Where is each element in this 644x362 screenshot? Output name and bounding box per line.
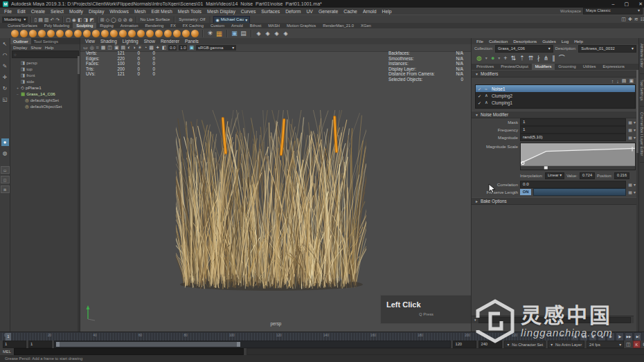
- view-transform-dropdown[interactable]: sRGB gamma ▾: [196, 45, 236, 51]
- outliner-item[interactable]: − ▦ Grass_14_C06: [10, 91, 80, 97]
- tool-icon[interactable]: ↻: [1, 84, 9, 92]
- shelf-tool-icon[interactable]: [128, 30, 136, 37]
- xgen-tool-icon[interactable]: ▾: [498, 53, 500, 63]
- shelf-tool-icon[interactable]: [146, 30, 154, 37]
- shelf-tool-icon[interactable]: [240, 30, 247, 37]
- shelf-tab[interactable]: Animation: [117, 23, 142, 28]
- undo-redo-icon[interactable]: ↷: [55, 17, 60, 23]
- selection-mask-icon[interactable]: ◧: [78, 17, 82, 23]
- shelf-tab[interactable]: XGen: [357, 23, 375, 28]
- selection-mask-icon[interactable]: ◨: [84, 17, 89, 23]
- range-handle-left[interactable]: [56, 342, 60, 347]
- shelf-tool-icon[interactable]: [191, 30, 199, 37]
- shelf-tool-icon[interactable]: [56, 30, 64, 37]
- snap-icon[interactable]: ◯: [111, 17, 116, 23]
- menu-item[interactable]: Create: [28, 9, 48, 14]
- xgen-menu-item[interactable]: Collection: [486, 39, 510, 44]
- range-slider[interactable]: [54, 341, 451, 348]
- menu-item[interactable]: Mesh Display: [204, 9, 238, 14]
- shelf-tool-icon[interactable]: [273, 30, 280, 37]
- viewport-menu-item[interactable]: View: [82, 39, 98, 44]
- menuset-dropdown[interactable]: Modeling ▾: [2, 17, 28, 23]
- viewport-menu-item[interactable]: Panels: [182, 39, 202, 44]
- file-icon[interactable]: ▯: [34, 17, 37, 23]
- fps-dropdown[interactable]: 24 fps ▾: [587, 341, 624, 348]
- xgen-tool-icon[interactable]: ∥: [552, 53, 555, 63]
- shelf-tool-icon[interactable]: [282, 30, 289, 37]
- symmetry-label[interactable]: Symmetry: Off: [177, 17, 206, 21]
- command-language-label[interactable]: MEL: [3, 350, 11, 354]
- noise-modifier-header[interactable]: ▼ Noise Modifier: [472, 111, 639, 118]
- xgen-tool-icon[interactable]: ⌒: [559, 53, 565, 63]
- shelf-tool-icon[interactable]: [65, 30, 73, 37]
- ramp-widget[interactable]: [520, 143, 636, 170]
- tool-icon[interactable]: ✛: [1, 73, 9, 81]
- anim-end-field[interactable]: 240: [478, 341, 502, 348]
- menu-item[interactable]: Windows: [107, 9, 132, 14]
- viewport-panel[interactable]: ViewShadingLightingShowRendererPanels ▭◎…: [80, 38, 472, 332]
- chevron-down-icon[interactable]: ▾: [474, 318, 476, 322]
- map-icon[interactable]: ▦: [628, 135, 632, 140]
- position-field[interactable]: 0.216: [614, 172, 629, 179]
- playback-options-icon[interactable]: ◫: [626, 342, 631, 347]
- shelf-tab[interactable]: Rigging: [96, 23, 117, 28]
- menu-item[interactable]: Mesh Tools: [175, 9, 204, 14]
- sidebar-toggle-icon[interactable]: ☷: [641, 17, 644, 22]
- color-management-icon[interactable]: ▣: [189, 44, 194, 51]
- tool-icon[interactable]: ◱: [1, 96, 9, 103]
- tool-icon[interactable]: ●: [1, 138, 9, 146]
- selection-mask-icon[interactable]: ◩: [89, 17, 94, 23]
- shelf-tab[interactable]: Bifrost: [247, 23, 265, 28]
- chevron-down-icon[interactable]: ▾: [634, 135, 636, 140]
- map-icon[interactable]: ▦: [628, 127, 632, 132]
- user-dropdown[interactable]: ◉ Michael Cau ▾: [213, 16, 251, 24]
- xgen-tool-icon[interactable]: +: [503, 53, 507, 63]
- outliner-item[interactable]: ◎ defaultObjectSet: [10, 103, 80, 109]
- range-fill[interactable]: [56, 342, 238, 347]
- xgen-menu-item[interactable]: Guides: [539, 39, 559, 44]
- xgen-menu-item[interactable]: File: [474, 39, 486, 44]
- tool-icon[interactable]: ✎: [1, 62, 9, 70]
- shelf-tool-icon[interactable]: [11, 30, 19, 37]
- xgen-tool-icon[interactable]: ⋔: [544, 53, 549, 63]
- shelf-tool-icon[interactable]: [173, 30, 181, 37]
- shelf-tab[interactable]: Motion Graphics: [283, 23, 319, 28]
- modifier-list-tool-icon[interactable]: ▤: [622, 78, 627, 84]
- shelf-tool-icon[interactable]: [155, 30, 163, 37]
- side-panel-tab[interactable]: Attribute Editor: [640, 38, 644, 74]
- outliner-item[interactable]: ◨ side: [10, 78, 80, 84]
- xgen-tab[interactable]: Preview/Output: [497, 64, 532, 70]
- shelf-tab[interactable]: FX Caching: [179, 23, 207, 28]
- sidebar-toggle-icon[interactable]: ≋: [634, 17, 638, 22]
- expand-icon[interactable]: −: [16, 92, 19, 96]
- gamma-field[interactable]: 1.0: [179, 45, 187, 51]
- shelf-tab[interactable]: Curves/Surfaces: [4, 23, 41, 28]
- shelf-tool-icon[interactable]: [119, 30, 127, 37]
- checkbox-icon[interactable]: ✓: [478, 93, 483, 98]
- anim-layer-dropdown[interactable]: ▾ No Anim Layer: [548, 341, 584, 348]
- menu-item[interactable]: Arnold: [360, 9, 379, 14]
- xgen-menu-item[interactable]: Help: [571, 39, 586, 44]
- shelf-tool-icon[interactable]: [92, 30, 100, 37]
- shelf-tool-icon[interactable]: [255, 30, 262, 37]
- snap-icon[interactable]: ⊞: [100, 17, 105, 23]
- shelf-tab[interactable]: Rendering: [142, 23, 168, 28]
- sidebar-toggle-icon[interactable]: ✚: [628, 17, 632, 22]
- outliner-item[interactable]: ◨ persp: [10, 60, 80, 66]
- shelf-tab[interactable]: FX: [167, 23, 179, 28]
- modifier-list-tool-icon[interactable]: ↓: [616, 79, 619, 84]
- xgen-tab[interactable]: Grooming: [555, 64, 579, 70]
- bottom-field[interactable]: [478, 317, 631, 323]
- map-icon[interactable]: ▦: [628, 120, 632, 125]
- attribute-input[interactable]: 1: [520, 126, 626, 134]
- undo-redo-icon[interactable]: ↶: [50, 17, 54, 23]
- file-icon[interactable]: ▥: [44, 17, 49, 23]
- viewport-menu-item[interactable]: Renderer: [158, 39, 182, 44]
- xgen-menu-item[interactable]: Log: [559, 39, 571, 44]
- menu-item[interactable]: Modify: [66, 9, 86, 14]
- minimize-button[interactable]: –: [612, 1, 615, 7]
- layout-button[interactable]: ⊞: [1, 185, 10, 193]
- layout-button[interactable]: ◫: [1, 176, 10, 183]
- shelf-tab[interactable]: Custom: [207, 23, 228, 28]
- tool-icon[interactable]: ◍: [1, 150, 9, 157]
